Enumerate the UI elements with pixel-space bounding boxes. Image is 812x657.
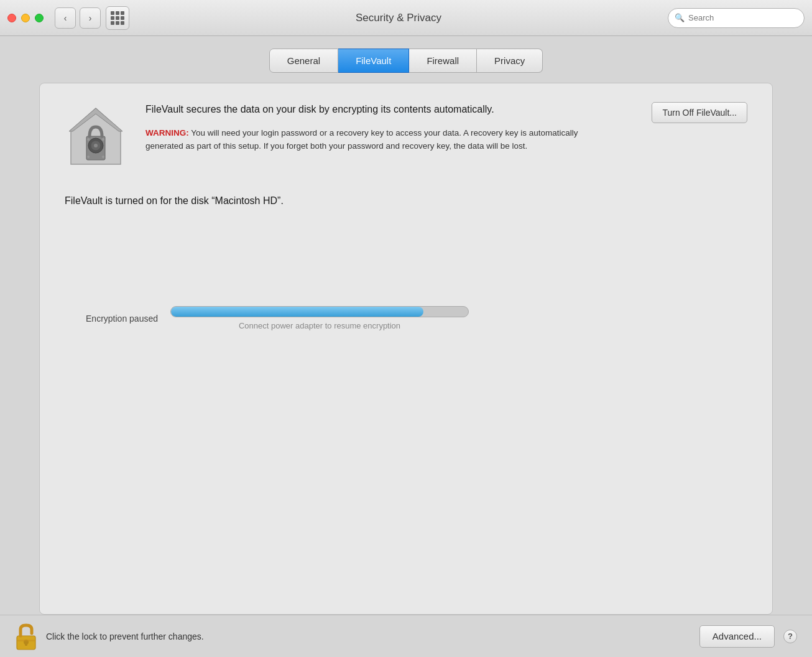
svg-rect-13	[17, 640, 35, 641]
maximize-button[interactable]	[35, 14, 44, 22]
progress-subtitle: Connect power adapter to resume encrypti…	[170, 321, 469, 330]
svg-point-6	[87, 138, 90, 141]
tab-general[interactable]: General	[269, 49, 338, 73]
warning-body: You will need your login password or a r…	[145, 128, 578, 151]
tab-bar: General FileVault Firewall Privacy	[269, 49, 543, 73]
svg-point-8	[87, 156, 90, 158]
progress-bar-track	[170, 306, 469, 317]
grid-view-button[interactable]	[106, 6, 129, 30]
encryption-label: Encryption paused	[65, 314, 158, 324]
warning-label: WARNING:	[145, 128, 189, 137]
grid-icon	[111, 11, 124, 25]
svg-rect-12	[25, 642, 27, 646]
svg-point-5	[94, 144, 98, 147]
encryption-row: Encryption paused Connect power adapter …	[65, 306, 747, 330]
tab-privacy[interactable]: Privacy	[477, 49, 543, 73]
filevault-icon	[65, 102, 127, 170]
disk-status-section: FileVault is turned on for the disk “Mac…	[65, 195, 747, 207]
main-content: General FileVault Firewall Privacy	[0, 36, 812, 615]
minimize-button[interactable]	[21, 14, 30, 22]
forward-button[interactable]: ›	[80, 7, 101, 29]
tab-filevault[interactable]: FileVault	[338, 49, 409, 73]
search-box[interactable]: 🔍	[668, 8, 805, 28]
titlebar: ‹ › Security & Privacy 🔍	[0, 0, 812, 36]
progress-bar-container: Connect power adapter to resume encrypti…	[170, 306, 469, 330]
lock-status-text: Click the lock to prevent further change…	[46, 631, 691, 641]
svg-point-9	[102, 156, 104, 158]
nav-buttons: ‹ ›	[55, 7, 101, 29]
search-icon: 🔍	[675, 13, 685, 22]
window-controls	[7, 14, 44, 22]
panel-top: FileVault secures the data on your disk …	[65, 102, 747, 170]
warning-text: WARNING: You will need your login passwo…	[145, 127, 581, 153]
turn-off-filevault-button[interactable]: Turn Off FileVault...	[652, 102, 747, 123]
description-text: FileVault secures the data on your disk …	[145, 102, 506, 117]
lock-icon[interactable]	[15, 623, 37, 650]
progress-bar-fill	[171, 307, 423, 317]
back-button[interactable]: ‹	[55, 7, 76, 29]
panel-info: FileVault secures the data on your disk …	[145, 102, 633, 153]
search-input[interactable]	[688, 13, 798, 22]
close-button[interactable]	[7, 14, 16, 22]
svg-point-7	[102, 138, 104, 141]
filevault-panel: FileVault secures the data on your disk …	[39, 83, 773, 615]
bottom-bar: Click the lock to prevent further change…	[0, 615, 812, 657]
advanced-button[interactable]: Advanced...	[699, 625, 775, 648]
disk-status-text: FileVault is turned on for the disk “Mac…	[65, 195, 747, 207]
tab-firewall[interactable]: Firewall	[409, 49, 477, 73]
window-title: Security & Privacy	[129, 12, 668, 24]
help-button[interactable]: ?	[783, 630, 797, 643]
